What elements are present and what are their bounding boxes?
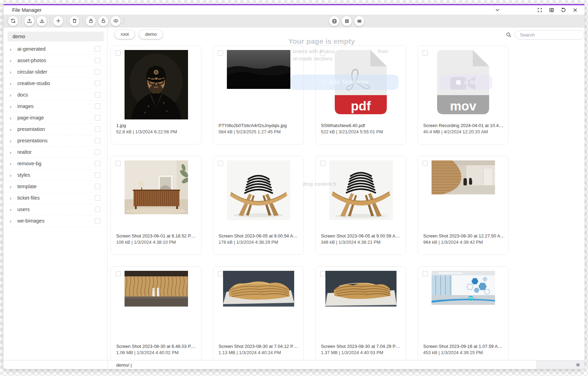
fullscreen-icon[interactable] [536, 6, 544, 14]
sidebar-item-realtor[interactable]: ›realtor [3, 147, 107, 158]
search-input[interactable] [515, 30, 584, 40]
file-card[interactable]: 1.jpg 52.8 kB | 1/3/2024 6:22:56 PM [111, 45, 202, 144]
upload-button[interactable] [24, 16, 35, 26]
folder-checkbox[interactable] [95, 149, 100, 155]
sidebar-item-ai-generated[interactable]: ›ai-generated [3, 43, 107, 55]
folder-checkbox[interactable] [95, 161, 100, 166]
sidebar-item-creative-studio[interactable]: ›creative-studio [3, 78, 107, 89]
folder-checkbox[interactable] [95, 218, 100, 224]
chevron-right-icon: › [10, 207, 17, 212]
add-button[interactable] [53, 16, 63, 26]
sidebar-item-users[interactable]: ›users [3, 204, 107, 215]
folder-checkbox[interactable] [95, 103, 100, 109]
file-name: 1.jpg [116, 123, 198, 129]
toolbar-separator [50, 17, 50, 25]
sidebar-item-template[interactable]: ›template [3, 181, 107, 192]
sidebar-item-page-image[interactable]: ›page-image [3, 112, 107, 124]
sidebar-item-circular-slider[interactable]: ›circular-slider [3, 66, 107, 78]
refresh-button[interactable] [8, 16, 18, 26]
globe-button[interactable] [329, 16, 340, 26]
folder-checkbox[interactable] [95, 126, 100, 132]
breadcrumb: root demo [115, 30, 163, 39]
file-card[interactable]: Screen Shot 2023-06-05 at 9.00.54 AM.png… [213, 156, 304, 255]
sidebar-item-label: presentation [17, 126, 95, 132]
toolbar-separator [124, 17, 124, 25]
file-card[interactable]: Screen Shot 2023-08-30 at 12.27.50 AM.pn… [418, 156, 509, 255]
file-meta: 106 kB | 1/3/2024 4:38:10 PM [116, 239, 198, 245]
folder-checkbox[interactable] [95, 81, 100, 86]
side-panel-toggle-icon[interactable] [548, 6, 555, 14]
grid-view-button[interactable] [341, 16, 352, 26]
file-card[interactable]: Screen Shot 2023-09-16 at 1.07.59 AM.png… [418, 266, 509, 360]
empty-page-heading: Your page is empty [288, 37, 355, 45]
file-card[interactable]: Screen Shot 2023-06-05 at 9.00.59 AM.png… [315, 156, 406, 255]
chevron-right-icon: › [10, 69, 17, 75]
file-card[interactable]: mov Screen Recording 2024-04-01 at 10.45… [418, 45, 509, 144]
file-card[interactable]: Screen Shot 2023-06-01 at 6.18.52 PM.png… [111, 156, 202, 255]
thumbnail-portrait-photo [111, 50, 201, 119]
sidebar-item-label: styles [17, 172, 95, 178]
sidebar-item-label: ai-generated [17, 46, 95, 52]
file-name: PTYt6o2b0TlzkrA4rf2oJnydqis.jpg [219, 123, 300, 129]
preview-button[interactable] [110, 16, 121, 26]
chevron-down-icon[interactable] [494, 6, 501, 14]
folder-checkbox[interactable] [95, 46, 100, 52]
sidebar-item-asset-photos[interactable]: ›asset-photos [3, 55, 107, 66]
sidebar-item-we-bimages[interactable]: ›we-bimages [3, 215, 107, 227]
folder-checkbox[interactable] [95, 92, 100, 98]
sidebar-item-remove-bg[interactable]: ›remove-bg [3, 158, 107, 169]
scroll-thumb-dot[interactable] [576, 363, 580, 367]
sidebar-item-label: docs [17, 92, 95, 98]
toolbar-separator [21, 17, 22, 25]
sidebar-item-label: creative-studio [17, 81, 95, 86]
toolbar-separator [83, 17, 83, 25]
sidebar-item-label: images [17, 103, 95, 109]
unlock-button[interactable] [98, 16, 109, 26]
mov-badge: mov [450, 99, 477, 113]
file-meta: 584 kB | 5/23/2025 1:27:45 PM [219, 129, 300, 135]
file-card[interactable]: Screen Shot 2023-08-30 at 7.04.29 PM.png… [315, 266, 406, 360]
breadcrumb-root[interactable]: root [115, 30, 135, 39]
sidebar-item-styles[interactable]: ›styles [3, 169, 107, 181]
sidebar-root-folder[interactable]: demo [8, 32, 104, 41]
sidebar-item-label: users [17, 207, 95, 212]
thumbnail-wavy-wall-photo [111, 271, 201, 307]
file-grid: 1.jpg 52.8 kB | 1/3/2024 6:22:56 PM [111, 45, 509, 360]
folder-checkbox[interactable] [95, 138, 100, 143]
folder-checkbox[interactable] [95, 195, 100, 201]
file-card[interactable]: pdf SSWhatsNew8.40.pdf 522 kB | 3/21/202… [315, 45, 406, 144]
breadcrumb-demo[interactable]: demo [139, 30, 163, 39]
file-card[interactable]: PTYt6o2b0TlzkrA4rf2oJnydqis.jpg 584 kB |… [213, 45, 304, 144]
pdf-badge: pdf [351, 99, 371, 113]
file-meta: 40.4 MB | 4/2/2024 12:20:20 AM [423, 129, 505, 135]
folder-checkbox[interactable] [95, 115, 100, 120]
thumbnail-slat-chair-photo [316, 160, 406, 220]
folder-checkbox[interactable] [95, 69, 100, 75]
sidebar-item-label: remove-bg [17, 161, 95, 166]
download-button[interactable] [36, 16, 47, 26]
sidebar-item-presentations[interactable]: ›presentations [3, 135, 107, 147]
folder-checkbox[interactable] [95, 207, 100, 212]
sidebar-item-presentation[interactable]: ›presentation [3, 124, 107, 135]
delete-button[interactable] [69, 16, 80, 26]
file-card[interactable]: Screen Shot 2023-08-30 at 6.48.03 PM.png… [111, 266, 202, 360]
file-name: Screen Shot 2023-08-30 at 12.27.50 AM.pn… [423, 233, 505, 239]
sidebar-item-images[interactable]: ›images [3, 101, 107, 112]
sidebar-item-label: page-image [17, 115, 95, 120]
sidebar-item-label: realtor [17, 149, 95, 155]
footer-scroll-area [536, 360, 585, 369]
sidebar-item-ticket-files[interactable]: ›ticket-files [3, 192, 107, 204]
folder-checkbox[interactable] [95, 58, 100, 63]
folder-checkbox[interactable] [95, 184, 100, 189]
reload-icon[interactable] [560, 6, 567, 14]
sidebar-item-label: template [17, 184, 95, 189]
chevron-right-icon: › [10, 218, 17, 224]
list-view-button[interactable] [354, 16, 365, 26]
close-icon[interactable] [571, 6, 579, 14]
file-card[interactable]: Screen Shot 2023-08-30 at 7.04.12 PM.png… [213, 266, 304, 360]
folder-checkbox[interactable] [95, 172, 100, 178]
sidebar-item-docs[interactable]: ›docs [3, 89, 107, 101]
lock-button[interactable] [85, 16, 96, 26]
chevron-right-icon: › [10, 195, 17, 201]
file-meta: 1.06 MB | 1/3/2024 4:40:02 PM [116, 350, 198, 356]
